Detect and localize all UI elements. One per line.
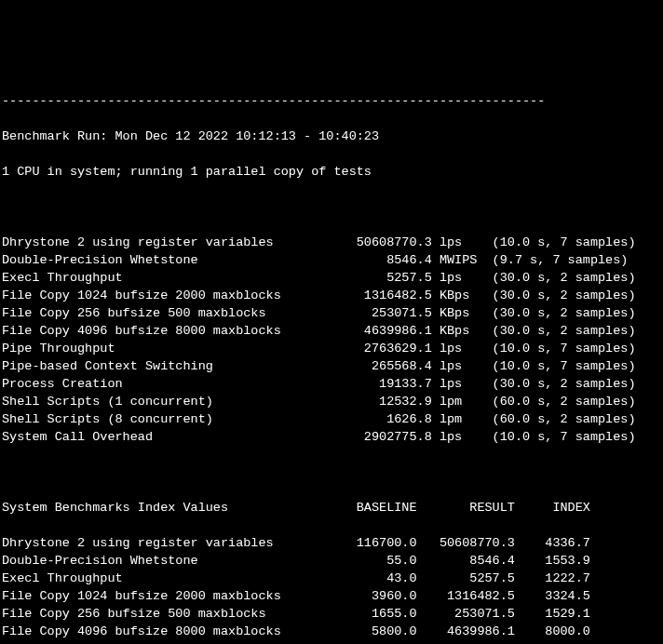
index-result-row: Execl Throughput 43.0 5257.5 1222.7 [2,570,661,587]
index-result-row: File Copy 1024 bufsize 2000 maxblocks 39… [2,587,661,605]
raw-results-block: Dhrystone 2 using register variables 506… [2,234,661,446]
raw-result-row: File Copy 1024 bufsize 2000 maxblocks 13… [2,287,661,304]
benchmark-run-header: Benchmark Run: Mon Dec 12 2022 10:12:13 … [2,127,661,145]
cpu-info: 1 CPU in system; running 1 parallel copy… [2,163,661,181]
index-result-row: File Copy 256 bufsize 500 maxblocks 1655… [2,605,661,623]
blank-line [2,463,661,481]
divider: ----------------------------------------… [2,92,661,110]
blank-line [2,198,661,216]
raw-result-row: Execl Throughput 5257.5 lps (30.0 s, 2 s… [2,269,661,287]
index-result-row: Pipe Throughput 12440.0 2763629.1 2221.6 [2,640,661,644]
raw-result-row: Double-Precision Whetstone 8546.4 MWIPS … [2,251,661,269]
raw-result-row: File Copy 256 bufsize 500 maxblocks 2530… [2,304,661,322]
index-result-row: Double-Precision Whetstone 55.0 8546.4 1… [2,552,661,570]
raw-result-row: System Call Overhead 2902775.8 lps (10.0… [2,428,661,446]
terminal-output: ----------------------------------------… [2,74,661,644]
index-result-row: Dhrystone 2 using register variables 116… [2,534,661,552]
raw-result-row: Process Creation 19133.7 lps (30.0 s, 2 … [2,375,661,393]
raw-result-row: Pipe-based Context Switching 265568.4 lp… [2,357,661,375]
raw-result-row: Shell Scripts (8 concurrent) 1626.8 lpm … [2,410,661,428]
raw-result-row: Dhrystone 2 using register variables 506… [2,234,661,251]
index-results-block: Dhrystone 2 using register variables 116… [2,534,661,644]
raw-result-row: Pipe Throughput 2763629.1 lps (10.0 s, 7… [2,340,661,357]
index-result-row: File Copy 4096 bufsize 8000 maxblocks 58… [2,623,661,640]
raw-result-row: File Copy 4096 bufsize 8000 maxblocks 46… [2,322,661,340]
index-header: System Benchmarks Index Values BASELINE … [2,499,661,517]
raw-result-row: Shell Scripts (1 concurrent) 12532.9 lpm… [2,393,661,410]
